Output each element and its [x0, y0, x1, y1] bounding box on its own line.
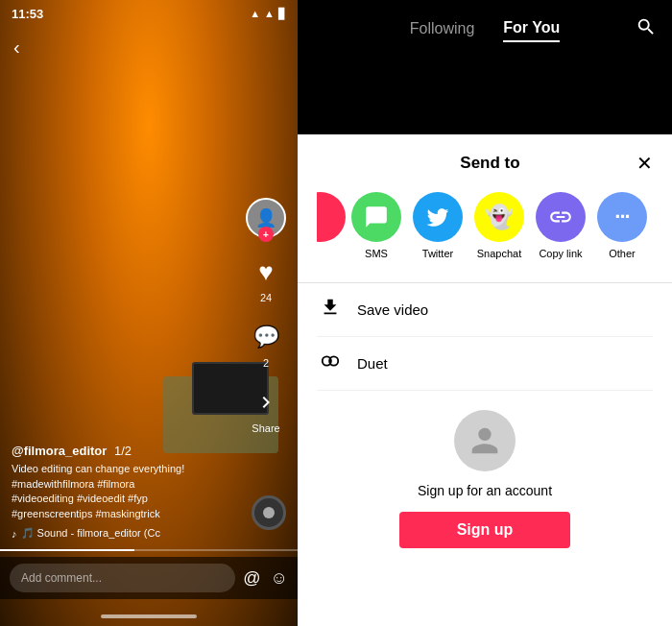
close-button[interactable]: ✕: [636, 154, 653, 173]
duet-icon: [317, 350, 344, 376]
tab-following[interactable]: Following: [410, 16, 475, 41]
signup-section: Sign up for an account Sign up: [317, 391, 653, 611]
partial-share-item: [317, 192, 346, 259]
signup-avatar: [454, 410, 516, 471]
music-text: 🎵 Sound - filmora_editor (Cc: [21, 527, 160, 540]
copylink-icon-circle: [536, 192, 586, 242]
share-sms[interactable]: SMS: [346, 192, 407, 259]
sms-icon-circle: [351, 192, 401, 242]
comment-count: 2: [263, 357, 269, 369]
other-icon-circle: ···: [597, 192, 647, 242]
comment-button[interactable]: 💬: [248, 319, 284, 355]
video-username: @filmora_editor 1/2: [12, 444, 240, 458]
signal-icon: ▲: [264, 8, 275, 19]
copy-link-label: Copy link: [539, 248, 582, 259]
back-button[interactable]: ‹: [13, 36, 20, 59]
modal-header: Send to ✕: [317, 154, 653, 173]
comment-btn-wrap[interactable]: 💬 2: [248, 319, 284, 369]
top-nav: Following For You: [298, 0, 672, 58]
share-twitter[interactable]: Twitter: [407, 192, 468, 259]
other-label: Other: [609, 248, 636, 259]
video-music: ♪ 🎵 Sound - filmora_editor (Cc: [12, 527, 240, 540]
progress-fill: [0, 549, 134, 551]
snapchat-icon: 👻: [485, 204, 514, 230]
snapchat-icon-circle: 👻: [474, 192, 524, 242]
tab-for-you[interactable]: For You: [503, 15, 560, 42]
wifi-icon: ▲: [250, 8, 260, 19]
music-note-icon: ♪: [12, 528, 17, 540]
send-to-modal: Send to ✕ SMS: [298, 134, 672, 626]
mention-icon[interactable]: @: [243, 568, 260, 589]
status-time: 11:53: [12, 7, 43, 21]
avatar-icon: 👤: [255, 207, 276, 229]
twitter-icon-circle: [413, 192, 463, 242]
save-video-row[interactable]: Save video: [317, 283, 653, 337]
avatar-button[interactable]: 👤 +: [246, 198, 286, 238]
duet-label: Duet: [357, 355, 388, 372]
emoji-icon[interactable]: ☺: [271, 568, 288, 589]
home-bar: [101, 614, 197, 618]
share-copy-link[interactable]: Copy link: [530, 192, 591, 259]
save-video-icon: [317, 297, 344, 323]
share-button[interactable]: [248, 384, 284, 421]
twitter-label: Twitter: [422, 248, 453, 259]
share-icons-row: SMS Twitter 👻 Snapchat: [317, 192, 653, 259]
save-video-label: Save video: [357, 301, 428, 318]
right-panel: Following For You Send to ✕: [298, 0, 672, 626]
signup-prompt: Sign up for an account: [418, 483, 552, 498]
phone-panel: 11:53 ▲ ▲ ▊ ‹ 👤 + ♥ 24 💬 2: [0, 0, 298, 626]
comment-actions: @ ☺: [243, 568, 288, 589]
action-buttons: 👤 + ♥ 24 💬 2 Share: [246, 198, 286, 434]
battery-icon: ▊: [278, 8, 286, 20]
video-caption: Video editing can change everything! #ma…: [12, 462, 240, 521]
comment-bar: Add comment... @ ☺: [0, 557, 298, 599]
like-count: 24: [260, 292, 272, 303]
progress-bar[interactable]: [0, 549, 298, 551]
comment-placeholder: Add comment...: [21, 571, 102, 585]
share-btn-wrap[interactable]: Share: [248, 384, 284, 434]
share-other[interactable]: ··· Other: [591, 192, 653, 259]
status-icons: ▲ ▲ ▊: [250, 8, 286, 20]
sms-label: SMS: [365, 248, 388, 259]
avatar-wrap[interactable]: 👤 +: [246, 198, 286, 238]
duet-row[interactable]: Duet: [317, 337, 653, 391]
modal-title: Send to: [344, 154, 636, 173]
music-disc: [252, 495, 286, 530]
share-label: Share: [252, 422, 279, 434]
video-info: @filmora_editor 1/2 Video editing can ch…: [12, 444, 240, 540]
status-bar: 11:53 ▲ ▲ ▊: [0, 0, 298, 27]
comment-input[interactable]: Add comment...: [10, 564, 235, 592]
signup-button[interactable]: Sign up: [399, 512, 571, 548]
like-btn-wrap[interactable]: ♥ 24: [248, 253, 284, 303]
share-snapchat[interactable]: 👻 Snapchat: [468, 192, 530, 259]
video-black-area: [298, 58, 672, 134]
snapchat-label: Snapchat: [477, 248, 521, 259]
username-text: @filmora_editor: [12, 444, 107, 458]
search-icon[interactable]: [636, 16, 657, 42]
date-text: 1/2: [114, 444, 132, 458]
follow-plus: +: [258, 227, 274, 242]
like-button[interactable]: ♥: [248, 253, 284, 290]
